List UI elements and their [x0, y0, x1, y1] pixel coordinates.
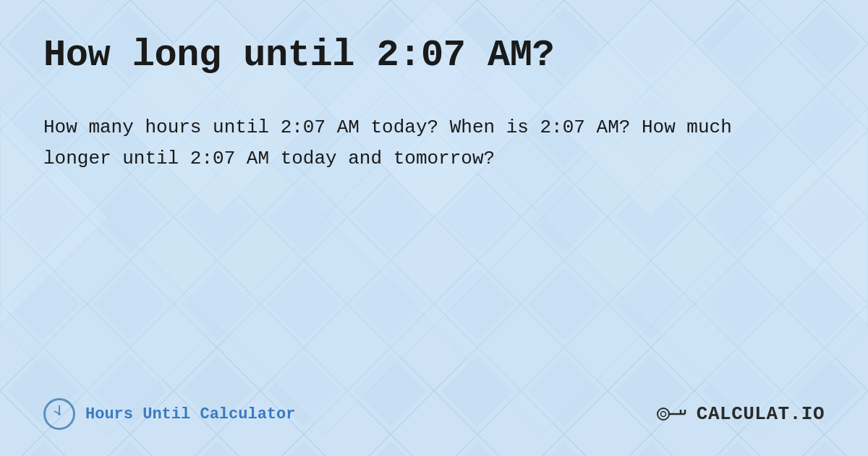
main-content: How long until 2:07 AM? How many hours u… [0, 0, 868, 456]
page-title: How long until 2:07 AM? [43, 35, 825, 76]
page-description: How many hours until 2:07 AM today? When… [43, 112, 803, 174]
